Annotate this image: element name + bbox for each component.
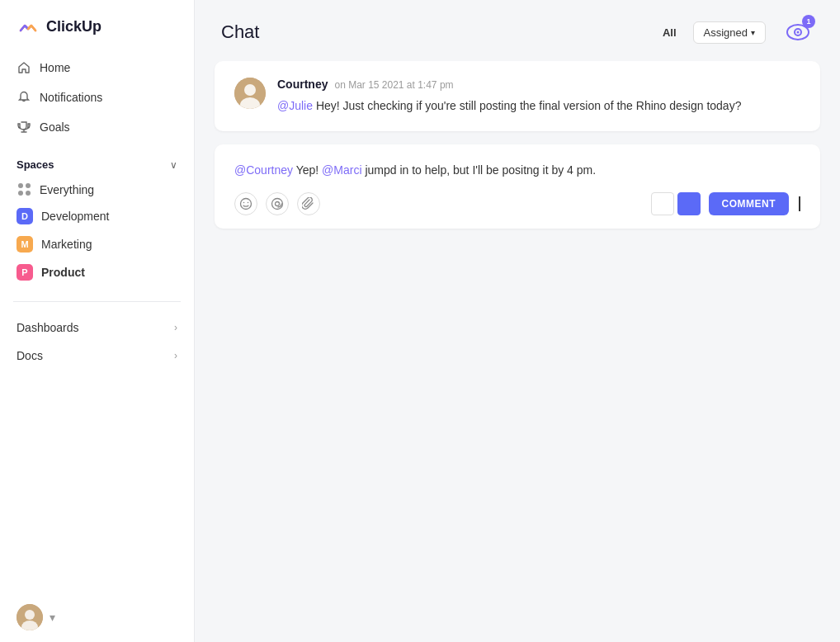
- mention-marci: @Marci: [322, 163, 361, 177]
- development-label: Development: [41, 210, 110, 223]
- development-badge: D: [17, 208, 33, 224]
- format-btn-2[interactable]: [677, 192, 701, 215]
- filter-all-button[interactable]: All: [663, 26, 677, 39]
- home-label: Home: [40, 61, 70, 74]
- product-badge: P: [17, 264, 33, 281]
- notifications-label: Notifications: [40, 91, 102, 104]
- sidebar-item-home[interactable]: Home: [0, 53, 194, 83]
- svg-point-10: [243, 202, 245, 204]
- sidebar-item-goals[interactable]: Goals: [0, 112, 194, 142]
- svg-point-9: [241, 199, 252, 210]
- svg-point-7: [244, 84, 256, 96]
- chevron-down-icon: ∨: [170, 159, 177, 171]
- sidebar-item-notifications[interactable]: Notifications: [0, 83, 194, 112]
- format-btn-1[interactable]: [651, 192, 674, 215]
- goals-label: Goals: [40, 120, 70, 134]
- filter-assigned-dropdown[interactable]: Assigned ▾: [693, 21, 766, 44]
- message-author: Courtney: [277, 78, 328, 91]
- chat-title: Chat: [221, 21, 646, 43]
- assigned-label: Assigned: [704, 26, 748, 39]
- main-content: Chat All Assigned ▾ 1: [195, 0, 840, 642]
- marketing-badge: M: [17, 236, 33, 253]
- app-name: ClickUp: [46, 18, 101, 35]
- spaces-header[interactable]: Spaces ∨: [17, 158, 177, 171]
- user-chevron-icon: ▾: [50, 611, 55, 624]
- svg-point-5: [797, 31, 800, 34]
- reply-text-1: Yep!: [296, 163, 322, 177]
- sidebar-item-marketing[interactable]: M Marketing: [17, 230, 177, 258]
- comment-button[interactable]: COMMENT: [709, 192, 790, 215]
- reply-text: @Courtney Yep! @Marci jumpd in to help, …: [234, 161, 800, 179]
- sidebar-item-everything[interactable]: Everything: [17, 177, 177, 202]
- home-icon: [17, 60, 31, 75]
- watch-button[interactable]: 1: [782, 17, 814, 48]
- dashboards-chevron-icon: ›: [174, 322, 177, 333]
- trophy-icon: [17, 120, 31, 135]
- format-buttons: [651, 192, 701, 215]
- clickup-logo-icon: [17, 15, 40, 38]
- mention-courtney: @Courtney: [234, 163, 293, 177]
- message-content: Hey! Just checking if you're still posti…: [316, 99, 742, 112]
- everything-dots-icon: [18, 183, 31, 196]
- docs-chevron-icon: ›: [174, 350, 177, 361]
- courtney-avatar: [234, 78, 266, 109]
- mention-button[interactable]: [266, 192, 289, 215]
- spaces-title: Spaces: [17, 158, 54, 171]
- everything-label: Everything: [40, 183, 94, 196]
- user-profile[interactable]: ▾: [0, 592, 194, 642]
- cursor-indicator: [799, 196, 800, 211]
- sidebar: ClickUp Home Notifications: [0, 0, 195, 642]
- sidebar-item-dashboards[interactable]: Dashboards ›: [0, 314, 194, 342]
- svg-point-1: [25, 610, 35, 620]
- avatar: [17, 604, 43, 630]
- spaces-section: Spaces ∨ Everything D Development M Mark…: [0, 145, 194, 293]
- sidebar-item-development[interactable]: D Development: [17, 202, 177, 230]
- message-text: @Julie Hey! Just checking if you're stil…: [277, 97, 800, 115]
- sidebar-item-product[interactable]: P Product: [17, 258, 177, 286]
- docs-label: Docs: [17, 349, 43, 362]
- svg-point-13: [276, 202, 280, 206]
- marketing-label: Marketing: [41, 238, 92, 251]
- logo-area[interactable]: ClickUp: [0, 0, 194, 50]
- message-body: Courtney on Mar 15 2021 at 1:47 pm @Juli…: [277, 78, 800, 115]
- sidebar-item-docs[interactable]: Docs ›: [0, 342, 194, 370]
- attachment-button[interactable]: [297, 192, 320, 215]
- bell-icon: [17, 90, 31, 105]
- svg-point-11: [248, 202, 249, 204]
- message-time: on Mar 15 2021 at 1:47 pm: [334, 79, 453, 91]
- main-nav: Home Notifications Goals: [0, 50, 194, 145]
- message-card: Courtney on Mar 15 2021 at 1:47 pm @Juli…: [215, 61, 820, 131]
- reply-toolbar: COMMENT: [234, 192, 800, 215]
- bottom-nav: Dashboards › Docs ›: [0, 310, 194, 373]
- message-header: Courtney on Mar 15 2021 at 1:47 pm: [277, 78, 800, 91]
- watch-count-badge: 1: [802, 15, 815, 28]
- emoji-button[interactable]: [234, 192, 257, 215]
- reply-card: @Courtney Yep! @Marci jumpd in to help, …: [215, 144, 820, 229]
- chat-header: Chat All Assigned ▾ 1: [195, 0, 840, 61]
- sidebar-divider: [13, 301, 181, 302]
- dashboards-label: Dashboards: [17, 321, 79, 334]
- mention-julie: @Julie: [277, 99, 313, 112]
- chat-messages: Courtney on Mar 15 2021 at 1:47 pm @Juli…: [195, 61, 840, 642]
- product-label: Product: [41, 266, 85, 279]
- reply-text-2: jumpd in to help, but I'll be positng it…: [365, 163, 596, 177]
- assigned-chevron-icon: ▾: [751, 28, 755, 37]
